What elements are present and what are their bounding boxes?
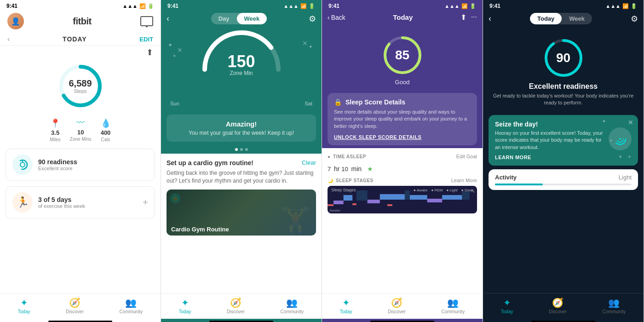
nav-discover-2[interactable]: 🧭 Discover — [227, 297, 245, 314]
share-icon[interactable]: ⬆ — [0, 46, 161, 59]
nav-today-label-2: Today — [179, 309, 191, 314]
time-asleep-row: ● TIME ASLEEP Edit Goal — [328, 154, 477, 159]
more-icon-3[interactable]: ··· — [471, 13, 477, 22]
nav-community-2[interactable]: 👥 Community — [281, 297, 304, 314]
nav-discover-label-1: Discover — [66, 309, 84, 314]
nav-discover-3[interactable]: 🧭 Discover — [388, 297, 406, 314]
back-button[interactable]: ‹ Back — [328, 14, 345, 21]
routine-header: Set up a cardio gym routine! Clear — [167, 159, 316, 167]
svg-rect-19 — [462, 191, 470, 200]
routine-desc: Getting back into the groove of hitting … — [167, 169, 316, 185]
gear-icon-2[interactable]: ⚙ — [309, 14, 316, 24]
wifi-icon-1: 📶 — [139, 3, 146, 9]
status-icons-4: ▲▲▲ 📶 🔋 — [605, 3, 637, 9]
chevron-left-icon-4[interactable]: ‹ — [489, 14, 491, 23]
tab-week[interactable]: Week — [237, 13, 267, 24]
amazing-title: Amazing! — [172, 120, 310, 128]
zone-label: Zone Mins — [70, 137, 92, 142]
add-exercise-button[interactable]: + — [143, 197, 148, 208]
moon-icon-2: 🌙 — [328, 178, 333, 183]
readiness-sub: Get ready to tackle today's workout! You… — [483, 92, 644, 107]
sparkle-icon-2: + — [628, 154, 631, 160]
edit-goal-button[interactable]: Edit Goal — [456, 154, 477, 159]
unlock-button[interactable]: UNLOCK SLEEP SCORE DETAILS — [334, 134, 471, 140]
activity-header: Activity Light — [495, 174, 632, 181]
edit-button[interactable]: EDIT — [139, 36, 153, 43]
miles-metric: 📍 3.5 Miles — [50, 118, 60, 142]
nav-today-3[interactable]: ✦ Today — [340, 297, 352, 314]
exercise-card[interactable]: 🏃 3 of 5 days of exercise this week + — [6, 186, 155, 218]
clear-button[interactable]: Clear — [302, 159, 316, 166]
metrics-row: 📍 3.5 Miles 〰 10 Zone Mins 💧 400 Cals — [0, 115, 161, 146]
dot-3 — [245, 148, 248, 151]
svg-rect-9 — [387, 204, 392, 206]
notification-icon[interactable] — [140, 16, 153, 26]
battery-icon-1: 🔋 — [148, 3, 154, 9]
seize-text: Seize the day! Hooray on your first exce… — [495, 121, 604, 160]
miles-label: Miles — [50, 137, 60, 142]
amazing-sub: You met your goal for the week! Keep it … — [172, 130, 310, 136]
nav-discover-1[interactable]: 🧭 Discover — [66, 297, 84, 314]
nav-community-3[interactable]: 👥 Community — [442, 297, 465, 314]
sleep-hr-label: hr — [334, 165, 339, 172]
tab-day[interactable]: Day — [211, 13, 237, 24]
routine-title: Set up a cardio gym routine! — [167, 159, 298, 167]
community-nav-icon-3: 👥 — [447, 297, 459, 308]
sleep-details-card[interactable]: 🔒 Sleep Score Details See more details a… — [328, 93, 477, 145]
wifi-icon-3: 📶 — [461, 3, 468, 9]
chevron-left-icon-2[interactable]: ‹ — [167, 14, 169, 23]
nav-today-2[interactable]: ✦ Today — [179, 297, 191, 314]
moon-icon: ● — [328, 154, 330, 159]
community-nav-icon-2: 👥 — [286, 297, 298, 308]
readiness-card[interactable]: 90 readiness Excellent score — [6, 149, 155, 181]
status-bar-3: 9:41 ▲▲▲ 📶 🔋 — [322, 0, 483, 11]
chevron-left-icon[interactable]: ‹ — [7, 35, 10, 43]
nav-today-4[interactable]: ✦ Today — [501, 297, 513, 314]
readiness-number: 90 — [556, 51, 570, 65]
svg-rect-8 — [352, 203, 356, 205]
readiness-score-section: 90 Excellent readiness Get ready to tack… — [483, 28, 644, 111]
score-number: 85 — [395, 48, 409, 63]
readiness-text: 90 — [556, 51, 570, 65]
learn-more-button[interactable]: Learn More — [451, 178, 477, 183]
nav-community-1[interactable]: 👥 Community — [120, 297, 143, 314]
time-3: 9:41 — [328, 3, 339, 9]
tab-week-4[interactable]: Week — [562, 13, 592, 24]
avatar[interactable]: 👤 — [7, 13, 24, 29]
steps-section: 6,589 Steps — [0, 59, 161, 115]
learn-more-button-4[interactable]: LEARN MORE — [495, 155, 604, 160]
phone3-white-section: ● TIME ASLEEP Edit Goal 7 hr 10 min ★ 🌙 … — [322, 148, 483, 293]
readiness-card-title: 90 readiness — [38, 158, 77, 166]
svg-rect-18 — [405, 190, 410, 200]
nav-today-1[interactable]: ✦ Today — [18, 297, 30, 314]
nav-community-4[interactable]: 👥 Community — [603, 297, 626, 314]
week-end-label: Sat — [305, 101, 312, 106]
exercise-icon: 🏃 — [12, 192, 33, 213]
discover-nav-icon-4: 🧭 — [552, 297, 564, 308]
status-bar-2: 9:41 ▲▲▲ 📶 🔋 — [161, 0, 322, 11]
gear-icon-4[interactable]: ⚙ — [631, 14, 638, 24]
close-button-seize[interactable]: ✕ — [628, 119, 633, 126]
svg-rect-15 — [410, 195, 427, 200]
signal-icon-4: ▲▲▲ — [605, 3, 621, 9]
tab-today-4[interactable]: Today — [530, 13, 562, 24]
miles-value: 3.5 — [51, 129, 59, 136]
sleep-hours: 7 — [328, 166, 331, 172]
share-icon-3[interactable]: ⬆ — [460, 13, 466, 22]
gym-image[interactable]: 🔒 🏋️ Cardio Gym Routine — [167, 190, 316, 236]
star-icon-3: ✦ — [309, 44, 312, 49]
expand-icon[interactable]: ⤡ — [471, 188, 475, 194]
today-nav-icon-2: ✦ — [181, 297, 189, 308]
wifi-icon-4: 📶 — [622, 3, 629, 9]
battery-icon-2: 🔋 — [309, 3, 315, 9]
exercise-sub: of exercise this week — [38, 203, 85, 209]
today-label: TODAY — [63, 35, 86, 43]
back-label: Back — [331, 14, 345, 21]
phone2-activity: 9:41 ▲▲▲ 📶 🔋 ‹ Day Week ⚙ ✦ ✦ ✦ ✕ ✕ 150 … — [161, 0, 322, 322]
time-4: 9:41 — [489, 3, 500, 9]
nav-discover-4[interactable]: 🧭 Discover — [549, 297, 567, 314]
dot-1 — [235, 148, 238, 151]
sleep-time-value: 7 hr — [328, 161, 339, 174]
exercise-card-text: 3 of 5 days of exercise this week — [38, 196, 85, 209]
seize-title: Seize the day! — [495, 121, 604, 128]
